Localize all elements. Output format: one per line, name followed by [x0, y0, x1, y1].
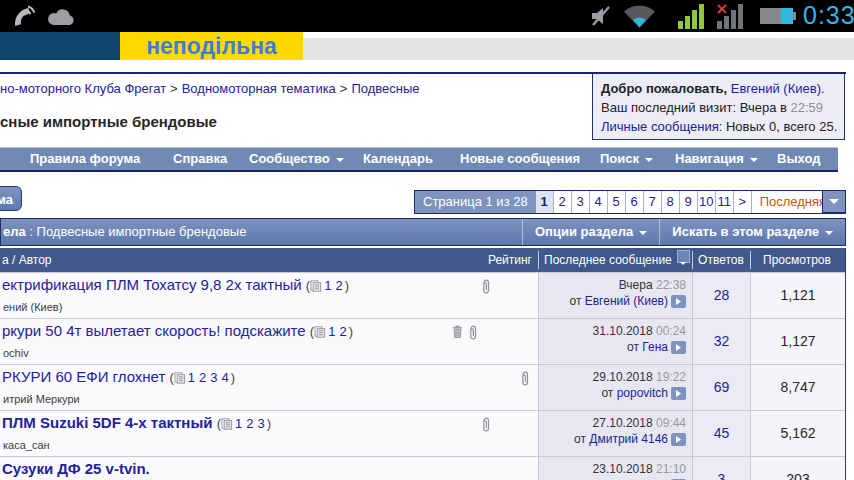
multipage-icon: [221, 418, 233, 430]
lastpost-time: 09:44: [656, 416, 686, 430]
lastpost-user-link[interactable]: Дмитрий 4146: [589, 432, 668, 446]
attachment-icon: [468, 325, 478, 340]
goto-last-post-icon[interactable]: [671, 295, 686, 308]
thread-pages: (12): [306, 278, 349, 293]
lastpost-cell: 27.10.2018 09:44 от Дмитрий 4146: [538, 411, 692, 457]
replies-cell: 32: [692, 319, 750, 365]
thread-title-link[interactable]: ектрификация ПЛМ Тохатсу 9,8 2х тактный: [2, 276, 302, 293]
welcome-panel: Добро пожаловать, Евгений (Киев). Ваш по…: [592, 74, 845, 140]
page-link[interactable]: 11: [715, 191, 733, 213]
views-cell: 5,162: [750, 411, 845, 457]
thread-page-link[interactable]: 3: [257, 416, 264, 431]
banner-gray-block: [303, 38, 854, 60]
lastpost-date: 31.10.2018: [593, 324, 653, 338]
col-topic-author[interactable]: а / Автор: [2, 248, 52, 272]
breadcrumb-category-link[interactable]: Водномоторная тематика: [182, 81, 336, 96]
col-replies[interactable]: Ответов: [692, 248, 750, 272]
thread-page-link[interactable]: 1: [324, 278, 331, 293]
replies-count-link[interactable]: 32: [693, 319, 750, 364]
views-cell: 1,121: [750, 273, 845, 319]
nav-search[interactable]: Поиск: [600, 148, 653, 170]
thread-title-link[interactable]: Сузуки ДФ 25 v-tvin.: [2, 460, 150, 477]
section-menu: Опции раздела Искать в этом разделе: [522, 219, 845, 245]
nav-navigation[interactable]: Навигация: [675, 148, 758, 170]
replies-count-link[interactable]: 45: [693, 411, 750, 456]
goto-last-post-icon[interactable]: [671, 387, 686, 400]
thread-page-link[interactable]: 4: [222, 370, 229, 385]
thread-author: итрий Меркури: [3, 393, 80, 405]
thread-title-link[interactable]: ПЛМ Suzuki 5DF 4-х тактный: [2, 414, 212, 431]
nav-logout[interactable]: Выход: [777, 148, 820, 170]
thread-page-link[interactable]: 2: [199, 370, 206, 385]
phone-in-call-icon: [9, 4, 37, 29]
pagination: Страница 1 из 28 1 2 3 4 5 6 7 8 9 10 11…: [414, 190, 846, 214]
page-link[interactable]: 2: [553, 191, 571, 213]
ad-banner[interactable]: неподільна: [120, 32, 303, 60]
android-status-bar: 0:33: [0, 0, 854, 32]
lastpost-time: 19:22: [656, 370, 686, 384]
goto-last-post-icon[interactable]: [671, 341, 686, 354]
replies-count-link[interactable]: 28: [693, 273, 750, 318]
page-link[interactable]: 7: [643, 191, 661, 213]
nav-community[interactable]: Сообщество: [249, 148, 344, 170]
replies-cell: 3: [692, 457, 750, 480]
welcome-greeting: Добро пожаловать, Евгений (Киев).: [601, 79, 838, 98]
thread-row: ектрификация ПЛМ Тохатсу 9,8 2х тактный …: [0, 272, 845, 318]
thread-page-link[interactable]: 2: [335, 278, 342, 293]
thread-page-link[interactable]: 1: [328, 324, 335, 339]
chevron-down-icon: [645, 158, 653, 166]
chevron-down-icon: [750, 158, 758, 166]
page-jump-dropdown[interactable]: [822, 190, 846, 213]
thread-page-link[interactable]: 2: [246, 416, 253, 431]
lastpost-cell: 31.10.2018 00:24 от Гена: [538, 319, 692, 365]
page-link[interactable]: 8: [661, 191, 679, 213]
replies-count-link[interactable]: 3: [693, 457, 750, 480]
page-link[interactable]: 10: [697, 191, 715, 213]
col-views[interactable]: Просмотров: [750, 248, 844, 272]
nav-new-posts[interactable]: Новые сообщения: [460, 148, 580, 170]
lastpost-cell: 29.10.2018 19:22 от popovitch: [538, 365, 692, 411]
attachment-icon: [481, 417, 491, 432]
banner-navy-block: [0, 32, 120, 60]
page-link[interactable]: 4: [589, 191, 607, 213]
nav-calendar[interactable]: Календарь: [363, 148, 433, 170]
lastpost-user-link[interactable]: Гена: [642, 340, 668, 354]
page-link[interactable]: 6: [625, 191, 643, 213]
lastpost-user-link[interactable]: popovitch: [617, 386, 668, 400]
nav-help[interactable]: Справка: [173, 148, 227, 170]
nav-forum-rules[interactable]: Правила форума: [30, 148, 140, 170]
views-cell: 1,127: [750, 319, 845, 365]
goto-last-post-icon[interactable]: [671, 433, 686, 446]
breadcrumb-section-link[interactable]: Подвесные: [351, 81, 419, 96]
multipage-icon: [310, 280, 322, 292]
thread-author: каса_сан: [3, 439, 50, 451]
thread-row: ПЛМ Suzuki 5DF 4-х тактный (123) каса_са…: [0, 410, 845, 456]
user-link[interactable]: Евгений (Киев): [731, 81, 821, 96]
private-messages-link[interactable]: Личные сообщения: [601, 119, 719, 134]
page-link-current[interactable]: 1: [536, 191, 553, 213]
thread-pages: (1234): [170, 370, 236, 385]
thread-title-link[interactable]: ркури 50 4т вылетает скорость! подскажит…: [2, 322, 306, 339]
replies-count-link[interactable]: 69: [693, 365, 750, 410]
lastpost-user-link[interactable]: Евгений (Киев): [585, 294, 668, 308]
thread-title-link[interactable]: РКУРИ 60 ЕФИ глохнет: [2, 368, 165, 385]
sort-desc-icon: [680, 262, 686, 268]
next-page-link[interactable]: >: [733, 191, 751, 213]
new-thread-button[interactable]: ма: [0, 186, 22, 211]
section-options-menu[interactable]: Опции раздела: [522, 219, 659, 245]
page-indicator: Страница 1 из 28: [415, 191, 536, 213]
replies-cell: 45: [692, 411, 750, 457]
page-link[interactable]: 5: [607, 191, 625, 213]
thread-page-link[interactable]: 1: [235, 416, 242, 431]
section-search-menu[interactable]: Искать в этом разделе: [659, 219, 845, 245]
thread-page-link[interactable]: 3: [210, 370, 217, 385]
chevron-down-icon: [829, 199, 839, 209]
thread-page-link[interactable]: 2: [339, 324, 346, 339]
page-link[interactable]: 9: [679, 191, 697, 213]
sort-order-button[interactable]: [677, 250, 690, 263]
multipage-icon: [174, 372, 186, 384]
thread-page-link[interactable]: 1: [188, 370, 195, 385]
col-rating[interactable]: Рейтинг: [460, 248, 532, 272]
breadcrumb-forum-link[interactable]: но-моторного Клуба Фрегат: [0, 81, 166, 96]
page-link[interactable]: 3: [571, 191, 589, 213]
